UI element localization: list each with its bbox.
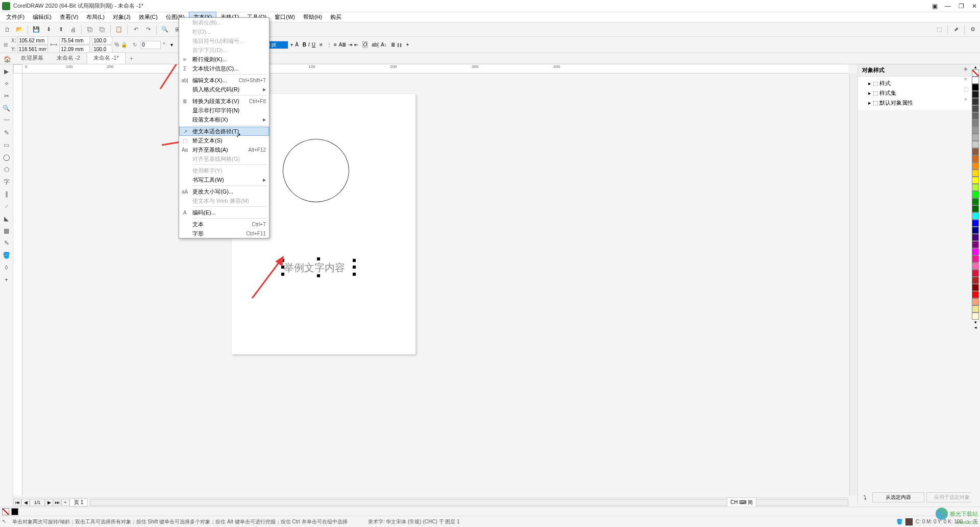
eyedropper-tool[interactable]: ✎ [2, 238, 12, 248]
artistic-tool[interactable]: ✎ [2, 128, 12, 138]
add-tool-button[interactable]: + [406, 42, 409, 47]
search-button[interactable]: 🔍 [160, 25, 170, 35]
char-style-button[interactable]: O [362, 41, 368, 48]
polygon-tool[interactable]: ⬠ [2, 164, 12, 175]
menu-item[interactable]: 字形Ctrl+F11 [179, 229, 269, 238]
connector-tool[interactable]: ⟋ [2, 201, 12, 211]
menu-W[interactable]: 窗口(W) [271, 12, 299, 22]
print-button[interactable]: 🖨 [68, 25, 78, 35]
menu-[interactable]: 购买 [326, 12, 346, 22]
close-button[interactable]: ✕ [971, 3, 978, 10]
color-swatch[interactable] [972, 298, 979, 305]
ime-indicator[interactable]: CH ⌨ 简 [727, 497, 756, 508]
color-swatch[interactable] [972, 184, 979, 191]
black-swatch[interactable] [11, 508, 18, 515]
color-swatch[interactable] [972, 105, 979, 112]
edit-text-button[interactable]: ab| [372, 42, 379, 47]
dropcap-button[interactable]: A≣ [339, 42, 347, 47]
ellipse-tool[interactable]: ◯ [2, 152, 12, 162]
color-swatch[interactable] [972, 155, 979, 162]
menu-item[interactable]: ⬚矫正文本(S) [179, 136, 269, 145]
color-swatch[interactable] [972, 305, 979, 313]
color-swatch[interactable] [972, 212, 979, 220]
home-icon[interactable]: 🏠 [2, 55, 12, 64]
color-swatch[interactable] [972, 170, 979, 177]
horiz-text-button[interactable]: ≣ [391, 42, 395, 47]
prev-page-button[interactable]: ◀ [21, 499, 30, 506]
color-swatch[interactable] [972, 191, 979, 198]
menu-item[interactable]: Σ文本统计信息(C)... [179, 64, 269, 73]
paste-button[interactable]: ⿻ [97, 25, 107, 35]
color-swatch[interactable] [972, 112, 979, 119]
underline-button[interactable]: U [312, 42, 315, 47]
palette-up[interactable]: ▴ [974, 64, 977, 69]
from-selection-button[interactable]: 从选定内容 [872, 492, 924, 502]
cloud-down-button[interactable]: ⬇ [43, 25, 54, 35]
last-page-button[interactable]: ⏭ [53, 499, 61, 506]
styles-tab-icon[interactable]: ◈ [962, 64, 970, 73]
numbering-button[interactable]: ≡ [334, 42, 337, 47]
angle-input[interactable] [140, 41, 161, 49]
document-tab[interactable]: 未命名 -1* [87, 52, 126, 64]
menu-C[interactable]: 效果(C) [135, 12, 162, 22]
bold-button[interactable]: B [303, 42, 306, 47]
cloud-up-button[interactable]: ⬆ [56, 25, 66, 35]
menu-item[interactable]: A编码(E)... [179, 208, 269, 217]
copy-button[interactable]: ⿻ [85, 25, 95, 35]
color-swatch[interactable] [972, 248, 979, 255]
color-swatch[interactable] [972, 98, 979, 105]
snap-button[interactable]: ⬚ [934, 25, 944, 35]
zoom-tool[interactable]: 🔍 [2, 103, 12, 113]
vert-text-button[interactable]: ⫿⫿ [397, 42, 402, 47]
clipboard-button[interactable]: 📋 [114, 25, 124, 35]
color-swatch[interactable] [972, 162, 979, 170]
color-swatch[interactable] [972, 84, 979, 91]
color-swatch[interactable] [972, 270, 979, 277]
canvas-area[interactable]: 0 100 200 100 200 300 400 举例文字内容 [13, 64, 857, 505]
crop-tool[interactable]: ✂ [2, 91, 12, 101]
menu-item[interactable]: 文本Ctrl+T [179, 220, 269, 229]
tree-item[interactable]: ▸ ⬚ 样式集 [860, 88, 969, 98]
color-swatch[interactable] [972, 262, 979, 270]
bullets-button[interactable]: ⋮ [327, 42, 332, 47]
x-input[interactable] [17, 36, 48, 44]
menu-item[interactable]: Aa对齐至基线(A)Alt+F12 [179, 145, 269, 154]
color-swatch[interactable] [972, 198, 979, 205]
align-button[interactable]: ≡ [320, 42, 323, 47]
import-style-icon[interactable]: ⤵ [860, 492, 870, 502]
objects-tab-icon[interactable]: ⬚ [962, 85, 970, 93]
tree-item[interactable]: ▸ ⬚ 默认对象属性 [860, 98, 969, 108]
text-object[interactable]: 举例文字内容 [284, 261, 345, 275]
menu-V[interactable]: 查看(V) [56, 12, 83, 22]
add-icon[interactable]: + [962, 95, 970, 103]
color-swatch[interactable] [972, 255, 979, 262]
redo-button[interactable]: ↷ [143, 25, 153, 35]
palette-flyout[interactable]: ◂ [974, 325, 977, 330]
apply-selection-button[interactable]: 应用于选定对象 [926, 492, 978, 502]
italic-button[interactable]: I [308, 42, 310, 47]
font-variable-icon[interactable]: Ā [295, 42, 299, 47]
menu-H[interactable]: 帮助(H) [299, 12, 326, 22]
menu-item[interactable]: ≣转换为段落文本(V)Ctrl+F8 [179, 97, 269, 106]
add-page-button[interactable]: + [61, 499, 69, 506]
color-swatch[interactable] [972, 77, 979, 84]
text-tool[interactable]: 字 [2, 177, 12, 187]
add-tab-button[interactable]: + [126, 54, 137, 64]
color-swatch[interactable] [972, 148, 979, 155]
color-swatch[interactable] [972, 277, 979, 284]
color-swatch[interactable] [972, 91, 979, 98]
palette-down[interactable]: ▾ [974, 320, 977, 325]
maximize-button[interactable]: ❐ [958, 3, 965, 10]
outline-tool[interactable]: ◊ [2, 262, 12, 273]
menu-E[interactable]: 编辑(E) [29, 12, 56, 22]
menu-J[interactable]: 对象(J) [109, 12, 135, 22]
color-swatch[interactable] [972, 220, 979, 227]
fill-color-swatch[interactable] [905, 518, 913, 525]
parallel-tool[interactable]: ∥ [2, 189, 12, 199]
color-swatch[interactable] [972, 284, 979, 291]
menu-item[interactable]: ab|编辑文本(X)...Ctrl+Shift+T [179, 76, 269, 85]
color-swatch[interactable] [972, 127, 979, 134]
rectangle-tool[interactable]: ▭ [2, 140, 12, 150]
open-button[interactable]: 📂 [14, 25, 24, 35]
indent-dec-button[interactable]: ⇤ [354, 42, 358, 47]
